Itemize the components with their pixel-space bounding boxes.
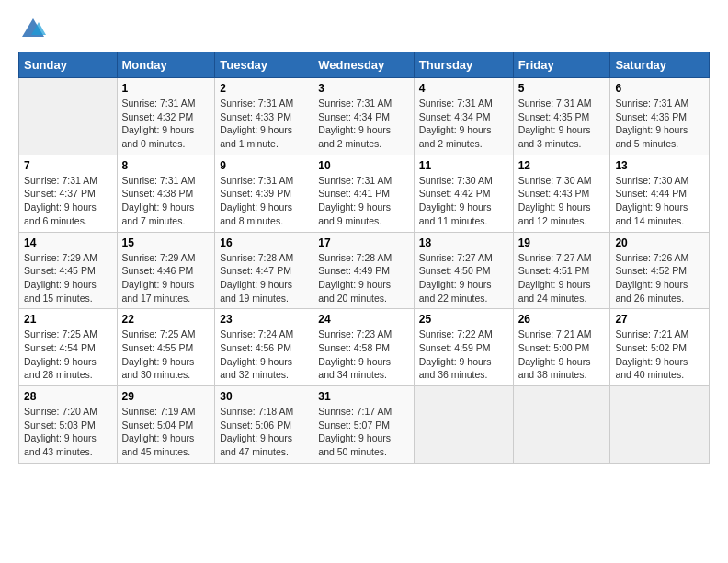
day-number: 4 <box>419 82 508 95</box>
day-info: Sunrise: 7:27 AMSunset: 4:51 PMDaylight:… <box>518 252 592 304</box>
day-info: Sunrise: 7:31 AMSunset: 4:33 PMDaylight:… <box>220 98 293 149</box>
day-cell: 21 Sunrise: 7:25 AMSunset: 4:54 PMDaylig… <box>19 309 118 386</box>
day-number: 10 <box>318 159 408 172</box>
day-cell: 6 Sunrise: 7:31 AMSunset: 4:36 PMDayligh… <box>610 78 710 155</box>
day-info: Sunrise: 7:30 AMSunset: 4:43 PMDaylight:… <box>518 175 592 226</box>
day-number: 13 <box>615 159 704 172</box>
calendar-table: SundayMondayTuesdayWednesdayThursdayFrid… <box>18 52 710 464</box>
day-cell: 27 Sunrise: 7:21 AMSunset: 5:02 PMDaylig… <box>610 309 710 386</box>
day-info: Sunrise: 7:31 AMSunset: 4:41 PMDaylight:… <box>318 175 392 226</box>
day-info: Sunrise: 7:31 AMSunset: 4:34 PMDaylight:… <box>419 98 493 149</box>
day-number: 19 <box>518 236 606 249</box>
day-info: Sunrise: 7:21 AMSunset: 5:02 PMDaylight:… <box>615 328 688 380</box>
day-info: Sunrise: 7:29 AMSunset: 4:45 PMDaylight:… <box>24 252 97 304</box>
day-info: Sunrise: 7:31 AMSunset: 4:39 PMDaylight:… <box>220 175 293 226</box>
day-info: Sunrise: 7:29 AMSunset: 4:46 PMDaylight:… <box>122 252 196 304</box>
day-cell <box>610 386 710 464</box>
day-info: Sunrise: 7:22 AMSunset: 4:59 PMDaylight:… <box>419 328 493 380</box>
day-cell: 25 Sunrise: 7:22 AMSunset: 4:59 PMDaylig… <box>414 309 513 386</box>
day-info: Sunrise: 7:31 AMSunset: 4:32 PMDaylight:… <box>122 98 196 149</box>
day-info: Sunrise: 7:23 AMSunset: 4:58 PMDaylight:… <box>318 328 392 380</box>
col-header-sunday: Sunday <box>19 52 118 78</box>
col-header-saturday: Saturday <box>610 52 710 78</box>
day-info: Sunrise: 7:19 AMSunset: 5:04 PMDaylight:… <box>122 406 196 457</box>
day-cell: 15 Sunrise: 7:29 AMSunset: 4:46 PMDaylig… <box>117 232 215 309</box>
day-number: 12 <box>518 159 606 172</box>
day-info: Sunrise: 7:31 AMSunset: 4:35 PMDaylight:… <box>518 98 592 149</box>
day-info: Sunrise: 7:28 AMSunset: 4:49 PMDaylight:… <box>318 252 392 304</box>
day-number: 23 <box>220 313 308 326</box>
logo-icon <box>20 17 46 42</box>
day-info: Sunrise: 7:18 AMSunset: 5:06 PMDaylight:… <box>220 406 293 457</box>
day-number: 8 <box>122 159 210 172</box>
day-cell <box>19 78 118 155</box>
day-number: 29 <box>122 390 210 403</box>
day-info: Sunrise: 7:31 AMSunset: 4:38 PMDaylight:… <box>122 175 196 226</box>
day-cell: 8 Sunrise: 7:31 AMSunset: 4:38 PMDayligh… <box>117 155 215 232</box>
day-info: Sunrise: 7:17 AMSunset: 5:07 PMDaylight:… <box>318 406 392 457</box>
day-number: 15 <box>122 236 210 249</box>
day-cell: 19 Sunrise: 7:27 AMSunset: 4:51 PMDaylig… <box>513 232 610 309</box>
day-cell: 31 Sunrise: 7:17 AMSunset: 5:07 PMDaylig… <box>313 386 414 464</box>
day-info: Sunrise: 7:20 AMSunset: 5:03 PMDaylight:… <box>24 406 97 457</box>
week-row-3: 14 Sunrise: 7:29 AMSunset: 4:45 PMDaylig… <box>19 232 710 309</box>
day-cell: 20 Sunrise: 7:26 AMSunset: 4:52 PMDaylig… <box>610 232 710 309</box>
day-info: Sunrise: 7:31 AMSunset: 4:37 PMDaylight:… <box>24 175 97 226</box>
day-cell: 24 Sunrise: 7:23 AMSunset: 4:58 PMDaylig… <box>313 309 414 386</box>
day-cell: 26 Sunrise: 7:21 AMSunset: 5:00 PMDaylig… <box>513 309 610 386</box>
day-cell: 4 Sunrise: 7:31 AMSunset: 4:34 PMDayligh… <box>414 78 513 155</box>
day-number: 3 <box>318 82 408 95</box>
day-number: 20 <box>615 236 704 249</box>
col-header-friday: Friday <box>513 52 610 78</box>
day-cell <box>414 386 513 464</box>
day-number: 7 <box>24 159 112 172</box>
day-cell: 12 Sunrise: 7:30 AMSunset: 4:43 PMDaylig… <box>513 155 610 232</box>
day-cell: 9 Sunrise: 7:31 AMSunset: 4:39 PMDayligh… <box>215 155 313 232</box>
day-info: Sunrise: 7:31 AMSunset: 4:36 PMDaylight:… <box>615 98 688 149</box>
header-row <box>18 17 710 42</box>
day-info: Sunrise: 7:25 AMSunset: 4:54 PMDaylight:… <box>24 328 97 380</box>
day-number: 9 <box>220 159 308 172</box>
week-row-1: 1 Sunrise: 7:31 AMSunset: 4:32 PMDayligh… <box>19 78 710 155</box>
day-info: Sunrise: 7:30 AMSunset: 4:42 PMDaylight:… <box>419 175 493 226</box>
day-cell: 22 Sunrise: 7:25 AMSunset: 4:55 PMDaylig… <box>117 309 215 386</box>
page: SundayMondayTuesdayWednesdayThursdayFrid… <box>0 0 728 473</box>
day-number: 26 <box>518 313 606 326</box>
day-cell: 23 Sunrise: 7:24 AMSunset: 4:56 PMDaylig… <box>215 309 313 386</box>
day-info: Sunrise: 7:28 AMSunset: 4:47 PMDaylight:… <box>220 252 293 304</box>
logo <box>18 17 46 42</box>
day-info: Sunrise: 7:21 AMSunset: 5:00 PMDaylight:… <box>518 328 592 380</box>
day-number: 2 <box>220 82 308 95</box>
day-number: 1 <box>122 82 210 95</box>
day-cell: 29 Sunrise: 7:19 AMSunset: 5:04 PMDaylig… <box>117 386 215 464</box>
col-header-wednesday: Wednesday <box>313 52 414 78</box>
day-number: 31 <box>318 390 408 403</box>
col-header-monday: Monday <box>117 52 215 78</box>
day-number: 11 <box>419 159 508 172</box>
day-cell: 18 Sunrise: 7:27 AMSunset: 4:50 PMDaylig… <box>414 232 513 309</box>
day-cell: 3 Sunrise: 7:31 AMSunset: 4:34 PMDayligh… <box>313 78 414 155</box>
day-cell <box>513 386 610 464</box>
day-info: Sunrise: 7:27 AMSunset: 4:50 PMDaylight:… <box>419 252 493 304</box>
col-header-thursday: Thursday <box>414 52 513 78</box>
day-cell: 7 Sunrise: 7:31 AMSunset: 4:37 PMDayligh… <box>19 155 118 232</box>
day-cell: 2 Sunrise: 7:31 AMSunset: 4:33 PMDayligh… <box>215 78 313 155</box>
day-info: Sunrise: 7:31 AMSunset: 4:34 PMDaylight:… <box>318 98 392 149</box>
week-row-2: 7 Sunrise: 7:31 AMSunset: 4:37 PMDayligh… <box>19 155 710 232</box>
day-number: 21 <box>24 313 112 326</box>
day-number: 24 <box>318 313 408 326</box>
day-number: 25 <box>419 313 508 326</box>
col-header-tuesday: Tuesday <box>215 52 313 78</box>
week-row-4: 21 Sunrise: 7:25 AMSunset: 4:54 PMDaylig… <box>19 309 710 386</box>
day-cell: 10 Sunrise: 7:31 AMSunset: 4:41 PMDaylig… <box>313 155 414 232</box>
day-cell: 30 Sunrise: 7:18 AMSunset: 5:06 PMDaylig… <box>215 386 313 464</box>
day-number: 28 <box>24 390 112 403</box>
day-number: 27 <box>615 313 704 326</box>
day-number: 22 <box>122 313 210 326</box>
day-cell: 5 Sunrise: 7:31 AMSunset: 4:35 PMDayligh… <box>513 78 610 155</box>
day-number: 5 <box>518 82 606 95</box>
day-cell: 28 Sunrise: 7:20 AMSunset: 5:03 PMDaylig… <box>19 386 118 464</box>
day-info: Sunrise: 7:26 AMSunset: 4:52 PMDaylight:… <box>615 252 688 304</box>
day-number: 16 <box>220 236 308 249</box>
day-cell: 17 Sunrise: 7:28 AMSunset: 4:49 PMDaylig… <box>313 232 414 309</box>
